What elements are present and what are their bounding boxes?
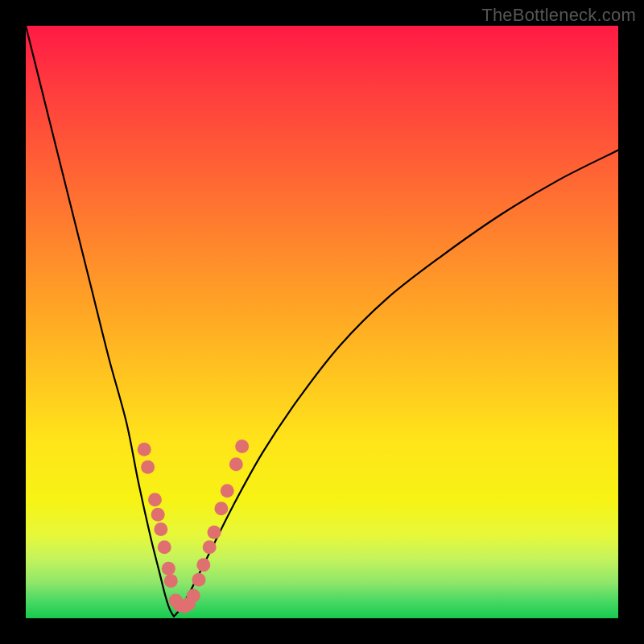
highlight-dot	[221, 484, 234, 497]
highlight-dot	[187, 589, 200, 603]
watermark-label: TheBottleneck.com	[481, 5, 636, 26]
highlight-dot	[208, 526, 221, 539]
chart-svg	[26, 26, 618, 618]
highlight-dot	[229, 457, 243, 471]
highlight-dot	[162, 562, 175, 576]
highlight-dot	[138, 443, 151, 456]
chart-frame: TheBottleneck.com	[0, 0, 644, 644]
highlight-dot	[203, 540, 217, 554]
highlight-dot	[151, 508, 165, 522]
highlight-dot	[235, 440, 249, 453]
highlight-dot	[164, 574, 178, 588]
left-branch-curve	[26, 26, 174, 617]
highlight-dot	[158, 540, 171, 554]
highlight-dot	[148, 493, 162, 506]
highlight-dot	[214, 502, 228, 515]
highlight-dot	[154, 522, 167, 536]
highlight-dot	[196, 558, 210, 572]
right-branch-curve	[174, 151, 618, 617]
highlight-dot	[141, 460, 155, 474]
highlight-dot	[192, 573, 205, 587]
plot-area	[26, 26, 618, 618]
